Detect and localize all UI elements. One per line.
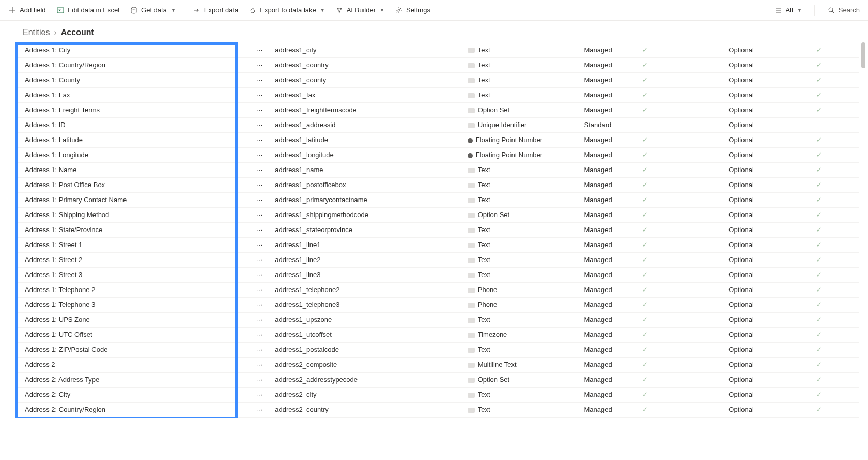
- more-actions-button[interactable]: ···: [249, 282, 271, 297]
- searchable-check: ✓: [812, 327, 859, 342]
- check-icon: ✓: [816, 256, 822, 264]
- table-row[interactable]: Address 1: Post Office Box···address1_po…: [16, 177, 859, 192]
- more-actions-button[interactable]: ···: [249, 177, 271, 192]
- scroll-thumb[interactable]: [861, 42, 865, 68]
- check-icon: ✓: [642, 286, 648, 294]
- customizable-check: ✓: [638, 237, 724, 252]
- field-schema-name: address1_freighttermscode: [271, 102, 463, 117]
- field-managed-state: Managed: [580, 312, 638, 327]
- text-type-icon: [468, 408, 475, 413]
- more-actions-button[interactable]: ···: [249, 237, 271, 252]
- searchable-check: ✓: [812, 252, 859, 267]
- more-actions-button[interactable]: ···: [249, 357, 271, 372]
- check-icon: ✓: [816, 106, 822, 114]
- more-actions-button[interactable]: ···: [249, 147, 271, 162]
- table-row[interactable]: Address 1: Street 2···address1_line2Text…: [16, 252, 859, 267]
- table-row[interactable]: Address 1: Name···address1_nameTextManag…: [16, 162, 859, 177]
- check-icon: ✓: [816, 196, 822, 204]
- ai-builder-button[interactable]: AI Builder ▼: [331, 4, 389, 17]
- table-row[interactable]: Address 2: Address Type···address2_addre…: [16, 372, 859, 387]
- table-row[interactable]: Address 1: Latitude···address1_latitudeF…: [16, 132, 859, 147]
- add-field-button[interactable]: Add field: [4, 4, 50, 17]
- table-row[interactable]: Address 1: State/Province···address1_sta…: [16, 222, 859, 237]
- field-required: Optional: [724, 222, 812, 237]
- edit-excel-button[interactable]: Edit data in Excel: [52, 4, 123, 17]
- field-data-type: Text: [463, 72, 580, 87]
- customizable-check: ✓: [638, 342, 724, 357]
- more-actions-button[interactable]: ···: [249, 102, 271, 117]
- field-data-type: Text: [463, 387, 580, 402]
- table-row[interactable]: Address 1: Primary Contact Name···addres…: [16, 192, 859, 207]
- field-schema-name: address1_name: [271, 162, 463, 177]
- more-actions-button[interactable]: ···: [249, 372, 271, 387]
- table-row[interactable]: Address 2: City···address2_cityTextManag…: [16, 387, 859, 402]
- customizable-check: ✓: [638, 72, 724, 87]
- more-actions-button[interactable]: ···: [249, 72, 271, 87]
- table-row[interactable]: Address 1: Shipping Method···address1_sh…: [16, 207, 859, 222]
- table-row[interactable]: Address 1: UTC Offset···address1_utcoffs…: [16, 327, 859, 342]
- table-row[interactable]: Address 1: Telephone 3···address1_teleph…: [16, 297, 859, 312]
- table-row[interactable]: Address 1: Street 1···address1_line1Text…: [16, 237, 859, 252]
- datalake-icon: [249, 6, 257, 14]
- field-display-name: Address 1: Primary Contact Name: [16, 192, 249, 207]
- field-managed-state: Managed: [580, 177, 638, 192]
- table-row[interactable]: Address 1: Longitude···address1_longitud…: [16, 147, 859, 162]
- more-actions-button[interactable]: ···: [249, 42, 271, 57]
- field-schema-name: address1_line2: [271, 252, 463, 267]
- table-row[interactable]: Address 1: Telephone 2···address1_teleph…: [16, 282, 859, 297]
- searchable-check: ✓: [812, 57, 859, 72]
- table-row[interactable]: Address 1: ID···address1_addressidUnique…: [16, 117, 859, 132]
- more-actions-button[interactable]: ···: [249, 312, 271, 327]
- field-managed-state: Managed: [580, 87, 638, 102]
- field-data-type: Timezone: [463, 327, 580, 342]
- field-data-type: Text: [463, 312, 580, 327]
- field-managed-state: Managed: [580, 192, 638, 207]
- table-row[interactable]: Address 2···address2_compositeMultiline …: [16, 357, 859, 372]
- more-actions-button[interactable]: ···: [249, 192, 271, 207]
- get-data-button[interactable]: Get data ▼: [126, 4, 180, 17]
- more-actions-button[interactable]: ···: [249, 327, 271, 342]
- more-actions-button[interactable]: ···: [249, 222, 271, 237]
- table-row[interactable]: Address 1: County···address1_countyTextM…: [16, 72, 859, 87]
- table-row[interactable]: Address 1: Freight Terms···address1_frei…: [16, 102, 859, 117]
- more-actions-button[interactable]: ···: [249, 57, 271, 72]
- check-icon: ✓: [642, 316, 648, 324]
- check-icon: ✓: [816, 301, 822, 309]
- check-icon: ✓: [642, 91, 648, 99]
- vertical-scrollbar[interactable]: [860, 42, 867, 418]
- check-icon: ✓: [642, 46, 648, 54]
- table-row[interactable]: Address 2: Country/Region···address2_cou…: [16, 402, 859, 417]
- more-actions-button[interactable]: ···: [249, 207, 271, 222]
- field-schema-name: address1_postofficebox: [271, 177, 463, 192]
- table-row[interactable]: Address 1: Street 3···address1_line3Text…: [16, 267, 859, 282]
- check-icon: ✓: [642, 256, 648, 264]
- more-actions-button[interactable]: ···: [249, 162, 271, 177]
- float-type-icon: [468, 138, 473, 143]
- search-input[interactable]: Search: [823, 5, 864, 16]
- table-row[interactable]: Address 1: UPS Zone···address1_upszoneTe…: [16, 312, 859, 327]
- more-actions-button[interactable]: ···: [249, 87, 271, 102]
- export-data-button[interactable]: Export data: [189, 4, 243, 17]
- export-lake-button[interactable]: Export to data lake ▼: [244, 4, 329, 17]
- table-row[interactable]: Address 1: ZIP/Postal Code···address1_po…: [16, 342, 859, 357]
- settings-button[interactable]: Settings: [391, 4, 435, 17]
- more-actions-button[interactable]: ···: [249, 402, 271, 417]
- more-actions-button[interactable]: ···: [249, 267, 271, 282]
- table-row[interactable]: Address 1: Fax···address1_faxTextManaged…: [16, 87, 859, 102]
- check-icon: ✓: [816, 241, 822, 249]
- field-data-type: Phone: [463, 297, 580, 312]
- svg-point-6: [829, 8, 833, 12]
- more-actions-button[interactable]: ···: [249, 252, 271, 267]
- more-actions-button[interactable]: ···: [249, 297, 271, 312]
- view-all-button[interactable]: All ▼: [770, 4, 805, 17]
- check-icon: ✓: [642, 76, 648, 84]
- more-actions-button[interactable]: ···: [249, 117, 271, 132]
- table-row[interactable]: Address 1: Country/Region···address1_cou…: [16, 57, 859, 72]
- more-actions-button[interactable]: ···: [249, 132, 271, 147]
- more-actions-button[interactable]: ···: [249, 387, 271, 402]
- searchable-check: ✓: [812, 267, 859, 282]
- breadcrumb-root[interactable]: Entities: [23, 28, 50, 37]
- more-actions-button[interactable]: ···: [249, 342, 271, 357]
- customizable-check: ✓: [638, 132, 724, 147]
- table-row[interactable]: Address 1: City···address1_cityTextManag…: [16, 42, 859, 57]
